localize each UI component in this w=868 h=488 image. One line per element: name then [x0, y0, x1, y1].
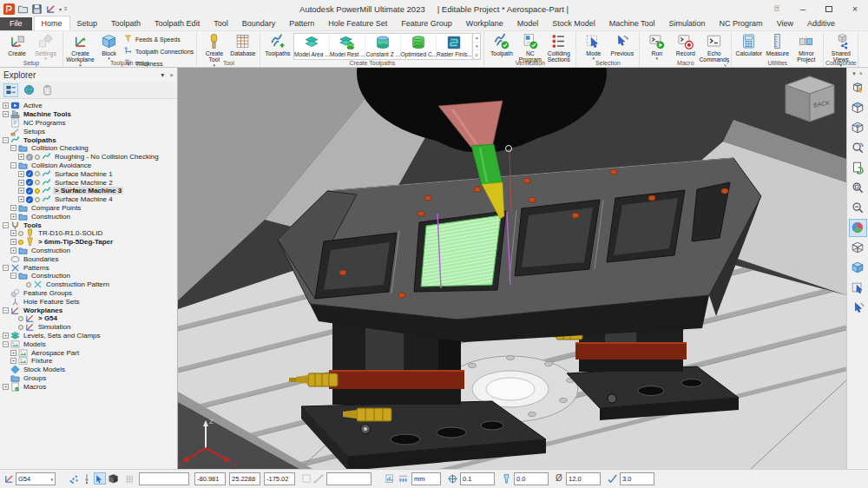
expander-icon[interactable]: +: [3, 102, 9, 109]
settings-button[interactable]: Settings▾: [31, 32, 60, 60]
diameter-field[interactable]: 12.0: [566, 472, 601, 485]
feeds-speeds-button[interactable]: Feeds & Speeds: [123, 34, 194, 44]
web-resources-button[interactable]: [22, 83, 36, 97]
expander-icon[interactable]: +: [10, 205, 16, 211]
block-form-button[interactable]: [849, 79, 867, 97]
tree-item-macros[interactable]: +Macros: [0, 382, 177, 391]
tree-item-feature-groups[interactable]: Feature Groups: [0, 289, 177, 298]
dialog-launcher-icon[interactable]: [724, 60, 730, 66]
units-field[interactable]: mm: [411, 472, 441, 485]
cursor-position-icon[interactable]: [94, 472, 106, 485]
tree-item-boundaries[interactable]: Boundaries: [0, 254, 177, 263]
explorer-menu-icon[interactable]: ▾: [161, 71, 164, 79]
tree-item-collision-avoidance[interactable]: −Collision Avoidance: [0, 162, 177, 170]
create-button[interactable]: Create: [3, 32, 31, 56]
view-cube[interactable]: BACK: [786, 76, 834, 122]
visibility-bulb-icon[interactable]: [26, 282, 31, 287]
viewbar-menu-icon[interactable]: ▾: [852, 70, 856, 77]
visibility-bulb-icon[interactable]: [35, 171, 40, 176]
expander-icon[interactable]: +: [3, 333, 9, 339]
toolpaths-button[interactable]: Toolpaths: [263, 32, 292, 56]
grid-icon[interactable]: [123, 472, 135, 485]
visibility-bulb-icon[interactable]: [18, 316, 23, 321]
tolerance-field[interactable]: 0.1: [460, 472, 495, 485]
tree-item-collision-checking[interactable]: −Collision Checking: [0, 144, 177, 153]
coord-y-field[interactable]: 25.2288: [229, 472, 260, 485]
save-project-button[interactable]: [31, 3, 43, 15]
tree-item-surface-machine-2[interactable]: +✓Surface Machine 2: [0, 178, 177, 187]
gallery-item-model-rest[interactable]: Model Rest ...: [330, 34, 365, 59]
expander-icon[interactable]: −: [3, 265, 9, 271]
tree-item-surface-machine-1[interactable]: +✓Surface Machine 1: [0, 169, 177, 178]
select-box-button[interactable]: [849, 279, 867, 297]
tab-pattern[interactable]: Pattern: [282, 17, 321, 30]
tree-item-nc-programs[interactable]: NC Programs: [0, 119, 177, 128]
iso-view-button[interactable]: [849, 99, 867, 117]
viewbar-close-icon[interactable]: ×: [859, 70, 863, 76]
tab-view[interactable]: View: [770, 17, 800, 30]
toolpath-connections-button[interactable]: Toolpath Connections: [123, 46, 194, 56]
expander-icon[interactable]: +: [3, 384, 9, 390]
expander-icon[interactable]: +: [18, 196, 24, 202]
visibility-bulb-icon[interactable]: [35, 197, 40, 202]
reset-view-button[interactable]: [849, 159, 867, 177]
coord-z-field[interactable]: -175.02: [264, 472, 295, 485]
run-button[interactable]: Run▾: [642, 32, 671, 60]
gallery-item-raster-finis[interactable]: Raster Finis...: [437, 34, 472, 59]
tab-tool[interactable]: Tool: [207, 17, 235, 30]
tree-item-groups[interactable]: Groups: [0, 374, 177, 383]
expander-icon[interactable]: +: [10, 239, 16, 245]
shaded-view-button[interactable]: [849, 219, 867, 237]
select-rotate-button[interactable]: [849, 299, 867, 317]
tree-view-button[interactable]: [3, 83, 18, 97]
quick-access-dropdown[interactable]: ▾: [59, 6, 62, 12]
grid-pitch-field[interactable]: [139, 472, 189, 485]
tab-nc-program[interactable]: NC Program: [713, 17, 770, 30]
tab-machine-tool[interactable]: Machine Tool: [602, 17, 662, 30]
tab-home[interactable]: Home: [34, 16, 70, 30]
tab-boundary[interactable]: Boundary: [235, 17, 283, 30]
tree-item-surface-machine-3[interactable]: +✓> Surface Machine 3: [0, 187, 177, 195]
view-orientation-button[interactable]: [849, 119, 867, 137]
tree-item-construction[interactable]: +Construction: [0, 212, 177, 221]
block-status-icon[interactable]: [107, 472, 119, 485]
expander-icon[interactable]: +: [10, 247, 16, 254]
explorer-close-icon[interactable]: ×: [169, 71, 174, 79]
tab-stock-model[interactable]: Stock Model: [545, 17, 602, 30]
gallery-item-model-area[interactable]: Model Area ...: [294, 34, 330, 59]
minimize-button[interactable]: –: [790, 0, 816, 17]
tab-model[interactable]: Model: [510, 17, 546, 30]
gallery-expand-icon[interactable]: ≡: [473, 50, 480, 59]
tree-item-fixture[interactable]: +Fixture: [0, 357, 177, 366]
tree-item-construction-pattern[interactable]: Construction Pattern: [0, 280, 177, 289]
tab-file[interactable]: File: [0, 17, 32, 30]
expander-icon[interactable]: +: [3, 111, 9, 117]
probe-icon[interactable]: [81, 472, 93, 485]
restore-button[interactable]: [816, 0, 842, 17]
tree-item-hole-feature-sets[interactable]: Hole Feature Sets: [0, 297, 177, 306]
block-button[interactable]: Block▾: [95, 32, 123, 60]
visibility-bulb-icon[interactable]: [35, 180, 40, 185]
tree-item-setups[interactable]: Setups: [0, 127, 177, 135]
tree-item-active[interactable]: +Active: [0, 102, 177, 110]
tree-item-machine-tools[interactable]: +Machine Tools: [0, 110, 177, 119]
tree-item-construction[interactable]: +Construction: [0, 247, 177, 255]
clipboard-button[interactable]: [40, 83, 55, 97]
viewport-3d[interactable]: BACK Z Y X: [178, 68, 846, 469]
cursor-points-icon[interactable]: [68, 472, 80, 485]
solid-view-button[interactable]: [849, 259, 867, 277]
stats-icon[interactable]: [384, 472, 396, 485]
zoom-out-button[interactable]: [849, 199, 867, 217]
workplane-select[interactable]: G54▾: [16, 472, 56, 485]
expander-icon[interactable]: +: [10, 214, 16, 220]
expander-icon[interactable]: +: [18, 180, 24, 186]
gallery-item-optimised-c[interactable]: Optimised C...: [401, 34, 437, 59]
expander-icon[interactable]: +: [10, 358, 16, 364]
measure-button[interactable]: Measure: [763, 32, 792, 56]
visibility-bulb-icon[interactable]: [18, 231, 23, 236]
tree-item-construction[interactable]: −Construction: [0, 272, 177, 280]
database-button[interactable]: Database: [228, 32, 257, 56]
wireframe-view-button[interactable]: [849, 239, 867, 257]
coord-x-field[interactable]: -80.981: [194, 472, 226, 485]
expander-icon[interactable]: −: [10, 162, 16, 168]
